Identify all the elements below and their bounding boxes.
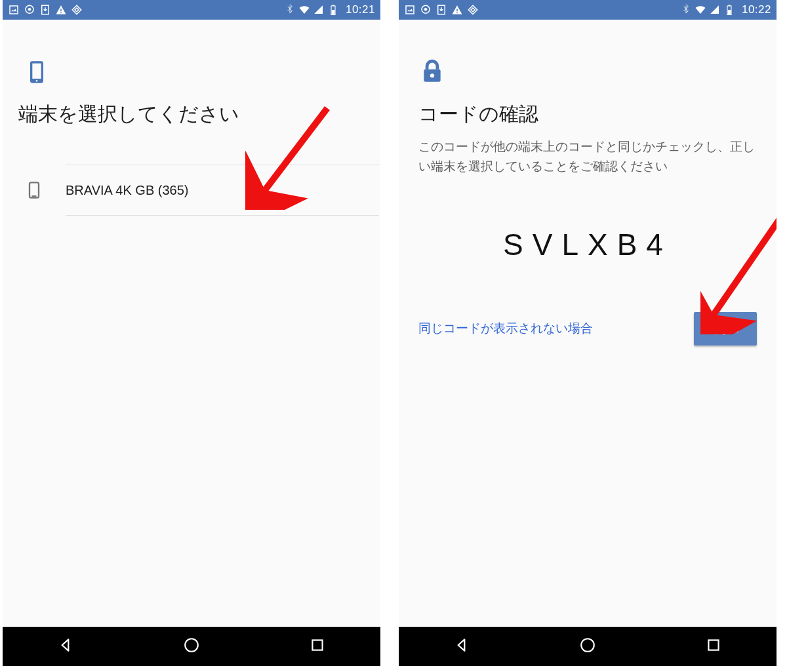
page-title: コードの確認 — [418, 101, 777, 128]
svg-rect-4 — [60, 12, 62, 14]
status-time: 10:22 — [742, 3, 771, 16]
action-row: 同じコードが表示されない場合 次へ — [418, 312, 757, 346]
back-button[interactable] — [57, 637, 74, 656]
page-description: このコードが他の端末上のコードと同じかチェックし、正しい端末を選択していることを… — [418, 137, 757, 177]
verification-code: SVLXB4 — [399, 227, 777, 262]
device-list: BRAVIA 4K GB (365) — [3, 165, 380, 216]
svg-rect-3 — [60, 9, 62, 12]
nav-bar — [3, 627, 380, 666]
svg-point-14 — [185, 639, 198, 652]
bluetooth-icon — [284, 4, 296, 16]
bluetooth-icon — [680, 4, 692, 16]
next-button[interactable]: 次へ — [694, 312, 757, 346]
screen2-content: コードの確認 このコードが他の端末上のコードと同じかチェックし、正しい端末を選択… — [399, 20, 777, 627]
warning-icon — [55, 4, 67, 16]
status-right-icons: 10:22 — [680, 3, 771, 16]
svg-rect-19 — [456, 9, 458, 12]
diamond-icon — [71, 4, 83, 16]
svg-point-1 — [28, 8, 31, 11]
image-icon — [404, 4, 416, 16]
nav-bar — [399, 627, 777, 666]
battery-icon — [327, 4, 339, 16]
svg-rect-20 — [456, 12, 458, 14]
svg-rect-28 — [708, 640, 718, 650]
status-left-icons — [404, 4, 479, 16]
status-time: 10:21 — [346, 3, 375, 16]
warning-icon — [451, 4, 463, 16]
chat-icon — [420, 4, 432, 16]
image-icon — [8, 4, 20, 16]
cell-signal-icon — [709, 4, 721, 16]
lock-icon — [420, 59, 446, 85]
device-item-bravia[interactable]: BRAVIA 4K GB (365) — [3, 165, 380, 216]
phone-screen-left: 10:21 端末を選択してください BRAVIA 4K GB (365) — [3, 0, 380, 666]
back-button[interactable] — [453, 637, 470, 656]
svg-point-10 — [36, 80, 38, 82]
home-button[interactable] — [183, 637, 200, 656]
svg-rect-23 — [728, 10, 731, 14]
wifi-icon — [695, 4, 706, 16]
svg-rect-11 — [30, 182, 39, 197]
phone-icon — [24, 59, 50, 85]
svg-rect-15 — [312, 640, 322, 650]
download-icon — [435, 4, 447, 16]
wifi-icon — [298, 4, 310, 16]
status-bar: 10:21 — [3, 0, 380, 20]
status-left-icons — [8, 4, 83, 16]
status-bar: 10:22 — [399, 0, 777, 20]
screen1-content: 端末を選択してください BRAVIA 4K GB (365) — [3, 20, 380, 627]
code-mismatch-link[interactable]: 同じコードが表示されない場合 — [418, 320, 593, 337]
home-button[interactable] — [579, 637, 596, 656]
svg-rect-6 — [332, 5, 334, 7]
page-title: 端末を選択してください — [18, 101, 380, 128]
chat-icon — [24, 4, 35, 16]
device-icon — [25, 181, 43, 199]
svg-point-17 — [424, 8, 428, 11]
device-label: BRAVIA 4K GB (365) — [66, 183, 189, 198]
diamond-icon — [467, 4, 479, 16]
download-icon — [39, 4, 51, 16]
svg-rect-22 — [728, 5, 730, 7]
cell-signal-icon — [313, 4, 325, 16]
phone-screen-right: 10:22 コードの確認 このコードが他の端末上のコードと同じかチェックし、正し… — [399, 0, 777, 666]
svg-point-25 — [430, 73, 434, 77]
svg-rect-7 — [332, 10, 335, 14]
recent-apps-button[interactable] — [705, 637, 722, 656]
recent-apps-button[interactable] — [309, 637, 326, 656]
svg-point-27 — [581, 639, 594, 652]
svg-rect-9 — [32, 64, 41, 79]
status-right-icons: 10:21 — [284, 3, 375, 16]
battery-icon — [723, 4, 735, 16]
